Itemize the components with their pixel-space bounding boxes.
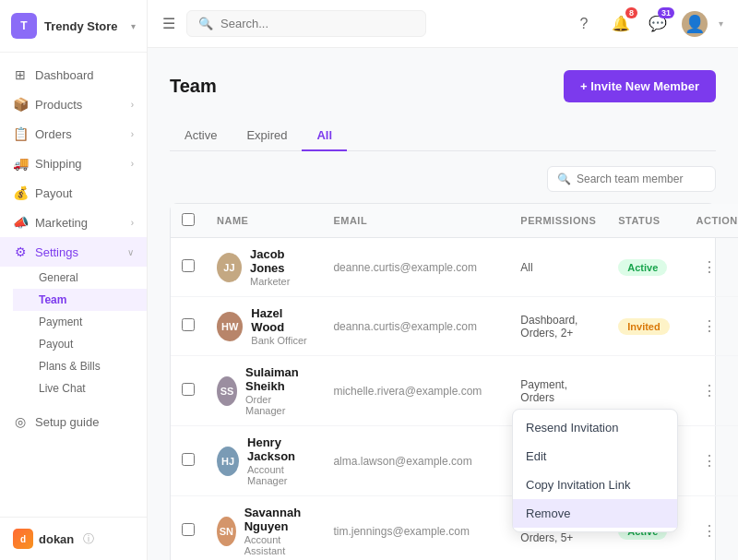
- sidebar-item-products[interactable]: 📦 Products ›: [0, 89, 147, 119]
- sidebar-item-settings[interactable]: ⚙ Settings ∨: [0, 237, 147, 267]
- row-action-button[interactable]: ⋮: [696, 380, 722, 401]
- tab-active[interactable]: Active: [170, 121, 232, 151]
- search-bar[interactable]: 🔍: [186, 10, 426, 37]
- setup-guide-icon: ◎: [13, 414, 28, 429]
- dokan-label: dokan: [39, 532, 74, 546]
- avatar: HJ: [217, 447, 239, 476]
- avatar: JJ: [217, 253, 242, 282]
- sidebar-item-shipping[interactable]: 🚚 Shipping ›: [0, 149, 147, 178]
- member-info: HJ Henry Jackson Account Manager: [217, 435, 311, 486]
- search-member-input[interactable]: [577, 173, 706, 185]
- member-name: Hazel Wood: [251, 306, 311, 334]
- member-info: JJ Jacob Jones Marketer: [217, 247, 311, 287]
- sidebar-item-payout[interactable]: 💰 Payout: [0, 178, 147, 208]
- sidebar-item-payment[interactable]: Payment: [13, 311, 147, 333]
- chevron-right-icon: ›: [131, 129, 134, 139]
- sidebar-item-label: General: [39, 271, 78, 284]
- sidebar-item-team[interactable]: Team: [13, 289, 147, 311]
- member-role: Order Manager: [245, 394, 311, 416]
- context-resend[interactable]: Resend Invitation: [513, 413, 677, 442]
- col-name: NAME: [206, 204, 322, 238]
- topbar-icons: ? 🔔 8 💬 31 👤 ▾: [571, 11, 723, 37]
- row-action-button[interactable]: ⋮: [696, 256, 722, 278]
- member-name: Sulaiman Sheikh: [245, 365, 311, 393]
- sidebar-item-orders[interactable]: 📋 Orders ›: [0, 119, 147, 149]
- sidebar-item-plans[interactable]: Plans & Bills: [13, 355, 147, 377]
- message-badge: 31: [658, 7, 674, 18]
- sidebar-item-label: Products: [35, 98, 82, 112]
- marketing-icon: 📣: [13, 215, 28, 230]
- sidebar-item-dashboard[interactable]: ⊞ Dashboard: [0, 60, 147, 89]
- chevron-right-icon: ›: [131, 100, 134, 110]
- row-checkbox[interactable]: [182, 259, 195, 272]
- table-controls: 🔍: [170, 166, 716, 192]
- member-email: alma.lawson@example.com: [322, 426, 509, 496]
- row-action-button[interactable]: ⋮: [696, 450, 722, 471]
- payout-icon: 💰: [13, 185, 28, 200]
- row-action-button[interactable]: ⋮: [696, 316, 722, 337]
- invite-member-button[interactable]: + Invite New Member: [564, 70, 716, 102]
- member-details: Hazel Wood Bank Officer: [251, 306, 311, 346]
- sidebar-item-label: Settings: [35, 245, 78, 259]
- store-avatar: T: [11, 13, 37, 39]
- user-avatar[interactable]: 👤: [682, 11, 708, 37]
- member-details: Jacob Jones Marketer: [250, 247, 311, 287]
- row-checkbox[interactable]: [182, 523, 195, 536]
- sidebar-item-payout-sub[interactable]: Payout: [13, 333, 147, 355]
- member-details: Sulaiman Sheikh Order Manager: [245, 365, 311, 416]
- dokan-icon: d: [13, 529, 33, 549]
- sidebar-item-label: Marketing: [35, 216, 88, 230]
- products-icon: 📦: [13, 97, 28, 112]
- sidebar-item-label: Plans & Bills: [39, 360, 101, 373]
- context-copy[interactable]: Copy Invitation Link: [513, 471, 677, 499]
- info-icon[interactable]: ⓘ: [83, 531, 94, 547]
- sidebar-item-label: Live Chat: [39, 382, 86, 395]
- search-input[interactable]: [220, 17, 414, 30]
- sidebar-header[interactable]: T Trendy Store ▾: [0, 0, 147, 53]
- sidebar-item-label: Shipping: [35, 157, 82, 171]
- user-chevron-icon[interactable]: ▾: [719, 18, 723, 29]
- sidebar-item-general[interactable]: General: [13, 267, 147, 289]
- member-name: Henry Jackson: [247, 435, 311, 463]
- search-member-bar[interactable]: 🔍: [547, 166, 716, 192]
- member-role: Account Manager: [247, 464, 311, 486]
- member-details: Henry Jackson Account Manager: [247, 435, 311, 486]
- store-initial: T: [20, 19, 27, 32]
- member-permissions: All: [509, 238, 607, 297]
- member-name: Savannah Nguyen: [244, 506, 312, 533]
- context-edit[interactable]: Edit: [513, 442, 677, 471]
- context-remove[interactable]: Remove: [513, 499, 677, 528]
- sidebar-item-label: Setup guide: [35, 415, 99, 429]
- sidebar-item-livechat[interactable]: Live Chat: [13, 377, 147, 399]
- sidebar-item-setup-guide[interactable]: ◎ Setup guide: [0, 407, 147, 436]
- tab-all[interactable]: All: [302, 121, 347, 151]
- context-menu: Resend Invitation Edit Copy Invitation L…: [512, 409, 678, 532]
- notifications-button[interactable]: 🔔 8: [608, 11, 634, 37]
- members-table: NAME EMAIL PERMISSIONS STATUS ACTION JJ …: [170, 203, 716, 560]
- member-status: Invited: [607, 297, 684, 356]
- sidebar-item-marketing[interactable]: 📣 Marketing ›: [0, 208, 147, 237]
- dashboard-icon: ⊞: [13, 67, 28, 82]
- hamburger-icon[interactable]: ☰: [162, 15, 175, 32]
- shipping-icon: 🚚: [13, 156, 28, 171]
- avatar: HW: [217, 312, 243, 341]
- sidebar-item-label: Payout: [39, 338, 73, 351]
- row-action-button[interactable]: ⋮: [696, 520, 722, 542]
- member-name: Jacob Jones: [250, 247, 311, 275]
- member-role: Marketer: [250, 276, 311, 287]
- row-checkbox[interactable]: [182, 383, 195, 396]
- member-status: Active: [607, 238, 684, 297]
- messages-button[interactable]: 💬 31: [645, 11, 671, 37]
- select-all-checkbox[interactable]: [182, 213, 195, 226]
- help-button[interactable]: ?: [571, 11, 597, 37]
- status-badge: Active: [618, 259, 667, 276]
- tab-expired[interactable]: Expired: [232, 121, 302, 151]
- notification-badge: 8: [625, 7, 637, 18]
- member-details: Savannah Nguyen Account Assistant: [244, 506, 312, 556]
- row-checkbox[interactable]: [182, 318, 195, 331]
- chevron-down-icon: ∨: [127, 247, 134, 257]
- sidebar-item-label: Dashboard: [35, 68, 94, 82]
- row-checkbox[interactable]: [182, 453, 195, 466]
- orders-icon: 📋: [13, 126, 28, 141]
- search-member-icon: 🔍: [557, 173, 571, 185]
